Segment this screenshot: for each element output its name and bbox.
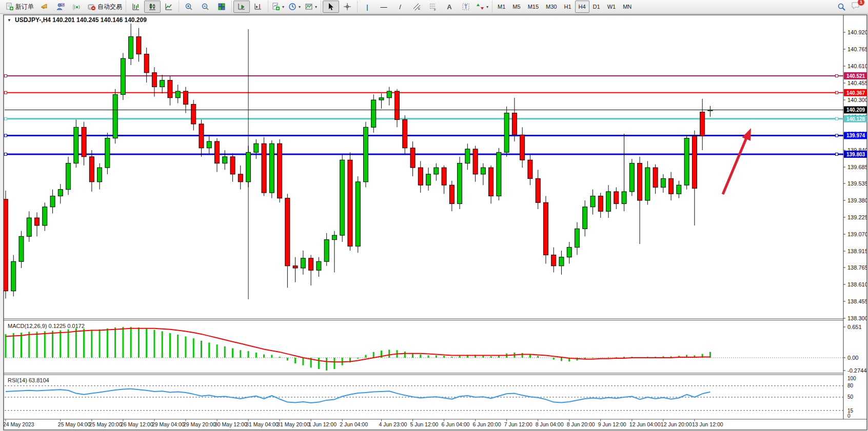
auto-scroll-button[interactable] xyxy=(233,1,250,13)
candle xyxy=(543,202,548,255)
market-watch-button[interactable] xyxy=(36,1,52,13)
profile-chart-icon xyxy=(56,3,65,11)
zoom-in-button[interactable] xyxy=(181,1,197,13)
zoom-out-button[interactable] xyxy=(197,1,213,13)
candle xyxy=(512,113,517,135)
svg-text:140.521: 140.521 xyxy=(846,73,865,79)
templates-button[interactable]: ▾ xyxy=(303,1,319,13)
svg-text:138.300: 138.300 xyxy=(847,315,867,321)
candle xyxy=(379,98,384,100)
candle xyxy=(301,258,305,268)
notification-count-badge: 1 xyxy=(858,0,864,6)
timeframe-button-m30[interactable]: M30 xyxy=(542,1,560,13)
channel-tool[interactable]: E xyxy=(408,1,425,13)
autotrading-button[interactable]: 自动交易 xyxy=(85,1,124,13)
tile-windows-button[interactable] xyxy=(213,1,230,13)
svg-text:8 Jun 04:00: 8 Jun 04:00 xyxy=(536,421,564,427)
chevron-down-icon: ▾ xyxy=(315,5,317,9)
candle xyxy=(481,168,485,174)
candle xyxy=(536,178,540,202)
cursor-button[interactable] xyxy=(323,1,339,13)
toolbar-group-chart-type xyxy=(126,1,179,13)
line-chart-button[interactable] xyxy=(161,1,177,13)
auto-scroll-icon xyxy=(238,3,246,11)
fibonacci-icon: F xyxy=(429,3,437,11)
timeframe-button-m5[interactable]: M5 xyxy=(509,1,524,13)
candle xyxy=(121,58,125,94)
bar-chart-button[interactable] xyxy=(128,1,144,13)
svg-text:138.915: 138.915 xyxy=(847,248,867,254)
candle xyxy=(215,141,220,163)
trendline-tool[interactable]: / xyxy=(392,1,408,13)
svg-text:139.070: 139.070 xyxy=(847,231,867,237)
candle xyxy=(645,168,650,200)
search-icon[interactable] xyxy=(837,3,846,11)
toolbar-group-scroll xyxy=(231,1,268,13)
candle xyxy=(653,168,658,187)
candle xyxy=(293,266,298,268)
chart-window: 140.920140.765140.610140.455140.300140.1… xyxy=(3,14,867,430)
candle xyxy=(129,37,133,59)
candle xyxy=(692,136,697,188)
zoom-in-icon xyxy=(185,3,193,11)
candle xyxy=(598,196,603,211)
fibonacci-tool[interactable]: F xyxy=(425,1,441,13)
candle xyxy=(371,100,376,127)
candle xyxy=(262,143,266,193)
candle xyxy=(246,152,251,182)
notifications-button[interactable]: 1 xyxy=(851,2,861,12)
mt4-application: { "toolbar": { "new_order_label": "新订单",… xyxy=(0,0,868,431)
candle xyxy=(168,80,172,98)
timeframe-button-d1[interactable]: D1 xyxy=(589,1,604,13)
chart-title-group: ▼USDJPY-,H4 140.201 140.245 140.146 140.… xyxy=(7,16,147,24)
candle xyxy=(567,248,571,257)
timeframe-button-w1[interactable]: W1 xyxy=(604,1,620,13)
indicators-button[interactable]: ▾ xyxy=(270,1,286,13)
svg-text:T: T xyxy=(464,4,467,10)
timeframe-button-mn[interactable]: MN xyxy=(619,1,635,13)
data-window-button[interactable] xyxy=(52,1,69,13)
signals-button[interactable] xyxy=(69,1,85,13)
svg-text:139.225: 139.225 xyxy=(847,214,867,220)
svg-text:-0.2744: -0.2744 xyxy=(847,367,866,374)
text-tool[interactable]: A xyxy=(441,1,458,13)
candlestick-chart-button[interactable] xyxy=(144,1,161,13)
timeframe-button-h1[interactable]: H1 xyxy=(560,1,575,13)
new-order-button[interactable]: 新订单 xyxy=(4,1,36,13)
periods-button[interactable]: ▾ xyxy=(286,1,303,13)
candlestick-icon xyxy=(148,3,156,11)
timeframe-button-m15[interactable]: M15 xyxy=(524,1,542,13)
trendline-icon: / xyxy=(399,3,401,11)
svg-text:0.651: 0.651 xyxy=(847,324,862,330)
svg-text:E: E xyxy=(418,7,420,10)
horizontal-line-tool[interactable]: — xyxy=(376,1,392,13)
candle xyxy=(661,178,665,187)
candle xyxy=(175,91,180,98)
arrows-tool[interactable]: ▾ xyxy=(474,1,490,13)
horn-icon xyxy=(40,3,48,11)
candle xyxy=(583,207,587,229)
timeframe-button-m1[interactable]: M1 xyxy=(494,1,509,13)
candle xyxy=(136,37,141,54)
candle xyxy=(309,258,313,270)
toolbar-right: 1 xyxy=(837,2,866,12)
chart-canvas[interactable]: 140.920140.765140.610140.455140.300140.1… xyxy=(4,15,867,430)
svg-text:4 Jun 23:00: 4 Jun 23:00 xyxy=(379,421,407,427)
vertical-line-tool[interactable]: | xyxy=(359,1,376,13)
crosshair-button[interactable] xyxy=(339,1,356,13)
text-label-tool[interactable]: T xyxy=(458,1,474,13)
indicators-icon xyxy=(272,3,280,11)
chart-shift-button[interactable] xyxy=(250,1,266,13)
svg-text:12 Jun 20:00: 12 Jun 20:00 xyxy=(661,421,692,427)
candle xyxy=(223,157,227,163)
chart-frame xyxy=(4,15,867,430)
candle xyxy=(58,190,63,196)
symbol-dropdown-icon[interactable]: ▼ xyxy=(7,18,11,23)
candle xyxy=(559,257,564,266)
rsi-label: RSI(14) 63.8104 xyxy=(8,377,49,383)
timeframe-button-h4[interactable]: H4 xyxy=(575,1,589,13)
chart-shift-icon xyxy=(254,3,262,11)
candle xyxy=(465,149,470,163)
svg-text:140.610: 140.610 xyxy=(847,63,867,69)
svg-text:6 Jun 20:00: 6 Jun 20:00 xyxy=(473,421,501,427)
